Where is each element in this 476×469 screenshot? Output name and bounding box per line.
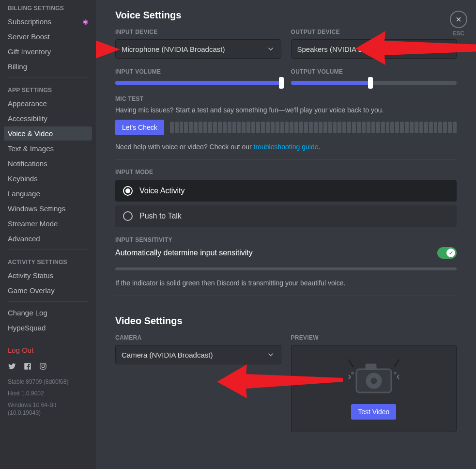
instagram-icon[interactable] <box>39 362 47 372</box>
sidebar-item-label: Language <box>8 189 40 198</box>
sidebar-item-subscriptions[interactable]: Subscriptions ◉ <box>4 15 92 29</box>
input-device-value: Microphone (NVIDIA Broadcast) <box>122 45 225 53</box>
sidebar-item-label: Keybinds <box>8 174 38 183</box>
sidebar-item-keybinds[interactable]: Keybinds <box>4 172 92 186</box>
svg-point-5 <box>394 373 396 374</box>
output-volume-slider[interactable] <box>291 81 457 85</box>
sidebar-item-label: Streamer Mode <box>8 219 58 228</box>
camera-select[interactable]: Camera (NVIDIA Broadcast) <box>115 345 281 364</box>
output-device-select[interactable]: Speakers (NVIDIA Broadcast) <box>291 39 457 59</box>
sidebar-item-activity-status[interactable]: Activity Status <box>4 268 92 282</box>
main-content: ESC Voice Settings INPUT DEVICE Micropho… <box>96 0 476 469</box>
sidebar-item-label: Log Out <box>8 346 33 354</box>
sidebar-item-windows-settings[interactable]: Windows Settings <box>4 202 92 216</box>
sidebar-item-label: Text & Images <box>8 144 54 153</box>
test-video-button[interactable]: Test Video <box>351 404 396 420</box>
input-volume-label: INPUT VOLUME <box>115 68 281 75</box>
output-volume-label: OUTPUT VOLUME <box>291 68 457 75</box>
sidebar-item-label: HypeSquad <box>8 324 46 332</box>
mic-test-label: MIC TEST <box>115 95 457 102</box>
slider-thumb[interactable] <box>368 77 373 89</box>
close-button[interactable] <box>450 11 467 28</box>
svg-point-2 <box>370 377 378 385</box>
sidebar-item-streamer-mode[interactable]: Streamer Mode <box>4 217 92 231</box>
version-line: Windows 10 64-Bit (10.0.19043) <box>4 399 92 419</box>
sidebar-item-label: Notifications <box>8 159 47 168</box>
sidebar-separator <box>8 250 88 250</box>
sidebar-item-change-log[interactable]: Change Log <box>4 306 92 320</box>
sidebar-item-language[interactable]: Language <box>4 187 92 201</box>
close-icon <box>455 16 462 23</box>
sidebar-separator <box>8 78 88 78</box>
camera-value: Camera (NVIDIA Broadcast) <box>122 351 213 359</box>
mic-level-meter <box>170 122 457 133</box>
sidebar-item-label: Activity Status <box>8 271 53 280</box>
facebook-icon[interactable] <box>23 362 32 372</box>
social-links <box>4 358 92 376</box>
svg-point-4 <box>352 373 353 374</box>
sidebar-separator <box>8 339 88 339</box>
sidebar-item-advanced[interactable]: Advanced <box>4 232 92 246</box>
video-preview: Test Video <box>291 345 457 432</box>
sidebar-item-billing[interactable]: Billing <box>4 60 92 74</box>
preview-label: PREVIEW <box>291 334 457 341</box>
radio-icon <box>123 186 133 196</box>
sidebar-item-voice-video[interactable]: Voice & Video <box>4 126 92 141</box>
input-mode-voice-activity[interactable]: Voice Activity <box>115 180 457 202</box>
twitter-icon[interactable] <box>8 362 16 372</box>
activity-settings-header: ACTIVITY SETTINGS <box>4 254 92 267</box>
chevron-down-icon <box>266 45 275 53</box>
page-title: Voice Settings <box>115 10 457 21</box>
camera-illustration-icon <box>345 358 403 396</box>
sensitivity-note: If the indicator is solid green then Dis… <box>115 279 457 287</box>
chevron-down-icon <box>266 350 275 359</box>
sidebar-item-appearance[interactable]: Appearance <box>4 96 92 110</box>
sensitivity-indicator <box>115 267 457 270</box>
sidebar-item-label: Change Log <box>8 309 47 317</box>
sidebar-item-label: Billing <box>8 63 27 71</box>
auto-sensitivity-title: Automatically determine input sensitivit… <box>115 249 253 257</box>
output-device-value: Speakers (NVIDIA Broadcast) <box>297 45 393 53</box>
version-line: Stable 89709 (8d00f68) <box>4 376 92 388</box>
sidebar-item-server-boost[interactable]: Server Boost <box>4 30 92 44</box>
input-volume-slider[interactable] <box>115 81 281 85</box>
sidebar-item-label: Advanced <box>8 234 40 243</box>
sidebar-item-label: Game Overlay <box>8 286 55 295</box>
sidebar-item-label: Server Boost <box>8 32 50 41</box>
input-sensitivity-label: INPUT SENSITIVITY <box>115 236 457 243</box>
billing-settings-header: BILLING SETTINGS <box>4 0 92 14</box>
slider-thumb[interactable] <box>279 77 284 89</box>
settings-sidebar: BILLING SETTINGS Subscriptions ◉ Server … <box>0 0 96 469</box>
auto-sensitivity-toggle[interactable]: ✓ <box>437 247 457 259</box>
sidebar-item-hypesquad[interactable]: HypeSquad <box>4 321 92 335</box>
mic-test-description: Having mic issues? Start a test and say … <box>115 106 457 114</box>
radio-label: Push to Talk <box>139 212 182 220</box>
input-mode-push-to-talk[interactable]: Push to Talk <box>115 205 457 227</box>
sidebar-item-text-images[interactable]: Text & Images <box>4 141 92 156</box>
esc-label: ESC <box>452 30 464 37</box>
troubleshooting-link[interactable]: troubleshooting guide <box>254 143 319 151</box>
sidebar-item-label: Windows Settings <box>8 204 65 213</box>
section-divider <box>115 296 457 296</box>
chevron-down-icon <box>442 45 450 53</box>
sidebar-item-logout[interactable]: Log Out <box>4 343 92 357</box>
video-settings-title: Video Settings <box>115 315 457 327</box>
sidebar-item-game-overlay[interactable]: Game Overlay <box>4 283 92 297</box>
camera-label: CAMERA <box>115 334 281 341</box>
help-line: Need help with voice or video? Check out… <box>115 143 457 151</box>
sidebar-separator <box>8 301 88 302</box>
radio-icon <box>123 211 133 221</box>
sidebar-item-label: Voice & Video <box>8 129 53 138</box>
sidebar-item-accessibility[interactable]: Accessibility <box>4 111 92 125</box>
sidebar-item-notifications[interactable]: Notifications <box>4 156 92 171</box>
svg-rect-3 <box>366 364 376 369</box>
input-device-select[interactable]: Microphone (NVIDIA Broadcast) <box>115 39 281 59</box>
version-line: Host 1.0.9002 <box>4 388 92 399</box>
output-device-label: OUTPUT DEVICE <box>291 29 457 35</box>
sidebar-item-gift-inventory[interactable]: Gift Inventory <box>4 45 92 59</box>
sidebar-item-label: Accessibility <box>8 114 47 123</box>
sidebar-item-label: Subscriptions <box>8 17 51 26</box>
lets-check-button[interactable]: Let's Check <box>115 120 164 135</box>
sidebar-item-label: Appearance <box>8 99 47 108</box>
section-divider <box>115 159 457 160</box>
